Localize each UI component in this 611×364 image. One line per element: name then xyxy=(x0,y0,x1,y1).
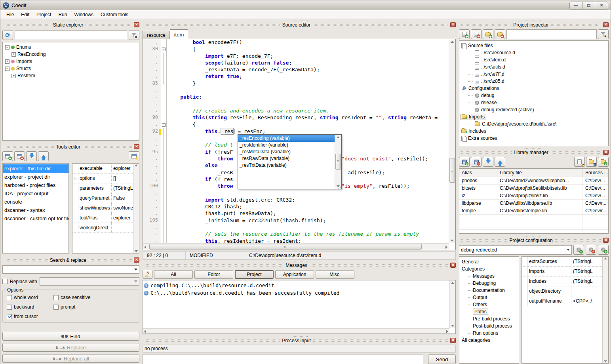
fold-gutter[interactable] xyxy=(161,135,167,142)
category-item[interactable]: Categories xyxy=(460,265,518,273)
table-row[interactable]: phobosC:\Dev\dmd2\windows\lib\phob...C:\… xyxy=(459,177,608,185)
fold-gutter[interactable] xyxy=(161,94,167,101)
project-tree-item[interactable]: ..\src\utils.d xyxy=(460,63,607,71)
clear-messages-button[interactable] xyxy=(143,270,152,279)
property-row[interactable]: workingDirect xyxy=(72,223,139,233)
move-tool-up-button[interactable] xyxy=(38,151,49,161)
replace-term-combobox[interactable] xyxy=(40,277,139,286)
project-tree-item[interactable]: C:\Dev\dproj\resource.d\build\..\src\ xyxy=(460,120,607,128)
fold-gutter[interactable] xyxy=(161,197,167,204)
minimize-button[interactable] xyxy=(570,2,582,9)
library-from-project-button[interactable] xyxy=(586,157,597,167)
column-header[interactable]: Sources ... xyxy=(583,169,608,177)
fold-gutter[interactable] xyxy=(161,87,167,94)
refresh-button[interactable]: ⟳ xyxy=(2,30,13,40)
completion-item[interactable]: _resRawData (variable) xyxy=(238,155,335,162)
property-row[interactable]: outputFilename<CPP>..\ xyxy=(522,296,602,306)
fold-gutter[interactable] xyxy=(161,204,167,210)
panel-close-icon[interactable]: ✕ xyxy=(603,22,609,27)
expander-icon[interactable]: + xyxy=(5,59,10,64)
category-item[interactable]: Output xyxy=(460,294,518,301)
process-input-field[interactable] xyxy=(143,354,423,364)
project-tree-item[interactable]: debug xyxy=(460,92,607,99)
fold-gutter[interactable] xyxy=(161,39,167,46)
add-library-folder-button[interactable] xyxy=(598,157,609,167)
tree-item[interactable]: −Structs xyxy=(4,65,138,72)
menu-item-run[interactable]: Run xyxy=(55,11,70,18)
fold-gutter[interactable] xyxy=(161,142,167,149)
property-row[interactable]: toolAliasexplorer xyxy=(72,213,139,223)
column-header[interactable]: Library file xyxy=(497,169,583,177)
panel-close-icon[interactable]: ✕ xyxy=(134,144,139,149)
project-tree-item[interactable]: ..\src\z85.d xyxy=(460,78,607,85)
property-row[interactable]: includes(TStringL xyxy=(522,276,602,286)
fold-gutter[interactable] xyxy=(161,128,167,135)
project-tree-item[interactable]: Extra sources xyxy=(460,135,607,142)
project-tree-item[interactable]: Configurations xyxy=(460,85,607,92)
property-row[interactable]: extraSources(TStringL xyxy=(522,257,602,267)
category-item[interactable]: Paths xyxy=(460,308,518,315)
fold-collapse-icon[interactable]: − xyxy=(162,48,166,51)
configuration-combobox[interactable]: debug-redirected xyxy=(459,245,572,255)
backward-option[interactable]: backward xyxy=(7,304,53,310)
message-line[interactable]: icompiling C:\...\build\resource.d.coedi… xyxy=(144,282,449,289)
project-tree-item[interactable]: ..\src\resource.d xyxy=(460,49,607,56)
fold-gutter[interactable] xyxy=(161,162,167,169)
property-row[interactable]: parameters(TStringL xyxy=(72,183,139,193)
fold-gutter[interactable] xyxy=(161,170,167,176)
find-button[interactable]: Find xyxy=(2,332,139,341)
move-library-down-button[interactable] xyxy=(483,157,493,167)
fold-gutter[interactable] xyxy=(161,73,167,80)
fold-gutter[interactable]: − xyxy=(161,122,167,128)
remove-tool-button[interactable] xyxy=(14,151,25,161)
add-library-button[interactable] xyxy=(459,157,470,167)
fold-gutter[interactable] xyxy=(161,114,167,121)
fold-gutter[interactable] xyxy=(161,176,167,183)
scrollbar-thumb[interactable] xyxy=(149,244,422,250)
inspector-filter-button[interactable] xyxy=(598,29,609,39)
property-row[interactable]: executableexplorer xyxy=(72,164,139,173)
messages-tab-project[interactable]: Project xyxy=(235,270,274,279)
clone-configuration-button[interactable] xyxy=(598,245,609,255)
project-tree-item[interactable]: ➜Includes xyxy=(460,128,607,135)
panel-close-icon[interactable]: ✕ xyxy=(450,22,456,27)
scrollbar-thumb[interactable] xyxy=(449,158,455,183)
panel-close-icon[interactable]: ✕ xyxy=(134,22,139,27)
table-row[interactable]: izC:\Dev\dproj\iz\lib\iz.libC:\Dev\... xyxy=(459,192,608,200)
panel-close-icon[interactable]: ✕ xyxy=(603,238,609,243)
fold-gutter[interactable] xyxy=(161,108,167,114)
property-row[interactable]: queryParametFalse xyxy=(72,193,139,203)
fold-gutter[interactable] xyxy=(161,224,167,231)
completion-item[interactable]: _resIdentifier (variable) xyxy=(238,142,335,149)
category-item[interactable]: Debugging xyxy=(460,280,518,287)
fold-gutter[interactable]: − xyxy=(161,46,167,53)
replace-with-checkbox[interactable] xyxy=(2,279,8,284)
project-tree-item[interactable]: release xyxy=(460,99,607,106)
tree-item[interactable]: +ResItem xyxy=(4,72,138,79)
menu-item-custom-tools[interactable]: Custom tools xyxy=(97,11,132,18)
filter-button[interactable] xyxy=(129,30,139,40)
list-item[interactable]: explorer - this file dir xyxy=(3,164,69,173)
tree-item[interactable]: +Imports xyxy=(4,58,138,65)
search-term-combobox[interactable] xyxy=(2,265,139,274)
completion-scrollbar[interactable] xyxy=(335,135,341,189)
messages-tab-application[interactable]: Application xyxy=(275,270,314,279)
project-tree-item[interactable]: debug-redirected (active) xyxy=(460,106,607,113)
category-item[interactable]: Post-build process xyxy=(460,322,518,330)
add-folder-button[interactable] xyxy=(483,29,493,39)
list-item[interactable]: explorer - project dir xyxy=(3,173,69,181)
panel-close-icon[interactable]: ✕ xyxy=(134,257,139,263)
run-tool-button[interactable] xyxy=(129,151,139,161)
panel-close-icon[interactable]: ✕ xyxy=(450,263,456,268)
send-button[interactable]: Send xyxy=(428,354,456,364)
list-item[interactable]: IDA - project output xyxy=(3,189,69,198)
project-tree-item[interactable]: ➜Imports xyxy=(460,113,607,120)
remove-configuration-button[interactable] xyxy=(586,245,596,255)
category-item[interactable]: Pre-build process xyxy=(460,315,518,322)
from-cursor-option[interactable]: from cursor xyxy=(7,314,53,319)
completion-item[interactable]: _resTxtData (variable) xyxy=(238,162,335,169)
category-item[interactable]: Others xyxy=(460,301,518,308)
maximize-button[interactable] xyxy=(582,2,595,9)
expander-icon[interactable]: − xyxy=(5,45,10,50)
whole-word-option[interactable]: whole word xyxy=(7,295,53,300)
